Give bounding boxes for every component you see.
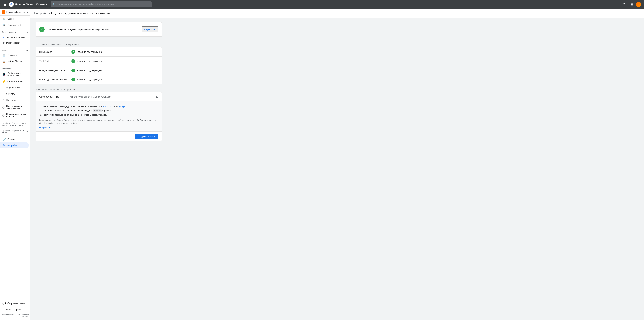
ownership-status: ✓ Вы являетесь подтвержденным владельцем… — [36, 22, 162, 37]
sidebar-item-amp[interactable]: ⚡ Страница AMP — [0, 78, 29, 85]
additional-section-label: Дополнительные способы подтверждения — [36, 88, 162, 92]
sidebar-item-mobile[interactable]: 📱 Удобство для мобильных — [0, 70, 29, 78]
settings-icon: ⚙ — [2, 144, 5, 147]
links-icon: 🔗 — [2, 138, 6, 141]
sidebar-item-new-version[interactable]: ℹ О новой версии — [0, 306, 29, 312]
sidebar-item-label: Структурированные данные, ... — [6, 113, 27, 118]
feedback-icon: 💬 — [2, 302, 6, 305]
app-title: Google Search Console — [15, 3, 47, 6]
sitelinks-icon: ◇ — [2, 106, 4, 109]
star-icon: ✱ — [2, 41, 4, 45]
page-header: Настройки › Подтверждение права собствен… — [30, 9, 644, 18]
sidebar-item-structured-data[interactable]: ◇ Структурированные данные, ... — [0, 111, 29, 119]
sidebar-item-products[interactable]: ◇ Продукты — [0, 97, 29, 103]
sidebar-item-url-check[interactable]: 🔍 Проверка URL — [0, 22, 29, 28]
google-icon: G — [2, 36, 4, 38]
used-methods-label: Использованные способы подтверждения — [36, 41, 638, 47]
method-status: ✓ Успешно подтверждено — [72, 69, 102, 72]
property-url: https://ashdodrus.com/ — [6, 11, 26, 13]
google-analytics-header[interactable]: Google Аналитика Используйте аккаунт Goo… — [36, 92, 162, 101]
app-logo: G Google Search Console — [9, 2, 47, 7]
sidebar-item-label: Продукты — [6, 99, 16, 101]
sidebar-section-security[interactable]: Проблемы безопасности и меры, принятые в… — [0, 121, 30, 127]
method-name: Тег HTML — [39, 60, 70, 63]
sidebar-divider — [0, 29, 30, 29]
help-button[interactable]: ? — [621, 1, 627, 8]
apps-button[interactable]: ⊞ — [628, 1, 634, 8]
learn-more-link[interactable]: Подробнее... — [39, 126, 52, 129]
ga-method-desc: Используйте аккаунт Google Analytics — [70, 95, 155, 98]
expand-icon: ▲ — [155, 95, 158, 99]
sidebar-item-label: Окно поиска по ссылкам сайта — [6, 105, 27, 110]
property-selector[interactable]: ! https://ashdodrus.com/ ▾ — [0, 9, 30, 16]
sidebar-item-search-results[interactable]: G Результаты поиска — [0, 34, 29, 40]
check-icon: ✓ — [72, 59, 75, 63]
sidebar-item-links[interactable]: 🔗 Ссылки — [0, 136, 29, 142]
sidebar-item-recommendations[interactable]: ✱ Рекомендации — [0, 40, 29, 46]
verification-method-html-file: HTML-файл ✓ Успешно подтверждено — [36, 47, 162, 57]
sidebar-item-label: Логотипы — [6, 93, 16, 95]
ownership-status-text: Вы являетесь подтвержденным владельцем — [46, 28, 109, 31]
google-logo: G — [9, 2, 14, 7]
breadcrumb-settings[interactable]: Настройки — [34, 12, 48, 15]
ga-method-body: Ваша главная страница должна содержать ф… — [36, 101, 162, 132]
check-icon: ✓ — [72, 69, 75, 72]
method-status: ✓ Успешно подтверждено — [72, 59, 102, 63]
main-content: Настройки › Подтверждение права собствен… — [30, 9, 644, 320]
app-layout: ! https://ashdodrus.com/ ▾ 🏠 Обзор 🔍 Про… — [0, 9, 644, 320]
sidebar-section-effectiveness[interactable]: Эффективность ▲ — [0, 30, 30, 34]
method-status: ✓ Успешно подтверждено — [72, 78, 102, 82]
terms-link[interactable]: Условия использования — [22, 313, 30, 318]
page-title: Подтверждение права собственности — [51, 12, 110, 15]
sidebar-divider-5 — [0, 128, 30, 128]
sidebar-divider-2 — [0, 47, 30, 47]
menu-icon[interactable]: ☰ — [3, 2, 7, 7]
more-details-button[interactable]: ПОДРОБНЕЕ — [142, 27, 158, 32]
privacy-link[interactable]: Конфиденциальность — [2, 313, 21, 318]
sidebar-item-events[interactable]: ◇ Мероприятия — [0, 85, 29, 91]
method-name: HTML-файл — [39, 51, 70, 53]
property-icon: ! — [2, 11, 6, 14]
sidebar-section-index[interactable]: Индекс ▲ — [0, 48, 30, 52]
breadcrumb-separator: › — [49, 12, 50, 15]
sidebar-item-logos[interactable]: ◇ Логотипы — [0, 91, 29, 97]
analytics-js-link[interactable]: analytics.js — [103, 105, 114, 108]
confirm-btn-wrapper: ПОДТВЕРДИТЬ — [36, 132, 162, 141]
sidebar-item-overview[interactable]: 🏠 Обзор — [0, 16, 29, 22]
sidebar-item-label: Отправить отзыв — [8, 302, 25, 304]
avatar[interactable]: А — [636, 2, 641, 7]
collapse-icon: ▲ — [26, 49, 28, 51]
sidebar-item-label: Рекомендации — [6, 42, 21, 44]
method-status-text: Успешно подтверждено — [76, 69, 102, 72]
check-icon: ✓ — [72, 78, 75, 82]
sidebar-item-label: Ссылки — [8, 138, 15, 140]
instruction-2: Код отслеживания должен находиться в раз… — [42, 109, 158, 112]
page-icon: 📄 — [2, 53, 6, 57]
instruction-note: Код отслеживания Google Analytics исполь… — [39, 119, 158, 125]
sidebar-item-coverage[interactable]: 📄 Покрытие — [0, 52, 29, 58]
status-check-icon: ✓ — [39, 27, 44, 32]
info-icon: ℹ — [2, 308, 3, 311]
method-status: ✓ Успешно подтверждено — [72, 50, 102, 54]
additional-methods-section: Дополнительные способы подтверждения Goo… — [36, 88, 162, 141]
method-name: Google Менеджер тегов — [39, 69, 70, 72]
sidebar-item-settings[interactable]: ⚙ Настройки — [0, 142, 29, 148]
sidebar-item-sitelinks-search[interactable]: ◇ Окно поиска по ссылкам сайта — [0, 103, 29, 111]
sidebar-item-feedback[interactable]: 💬 Отправить отзыв — [0, 300, 29, 306]
gtag-js-link[interactable]: gtag.js — [118, 105, 125, 108]
sidebar-section-legacy[interactable]: Прежние инструменты и отчеты ▼ — [0, 128, 30, 135]
confirm-button[interactable]: ПОДТВЕРДИТЬ — [134, 134, 158, 139]
home-icon: 🏠 — [2, 17, 6, 20]
sidebar-item-label: Проверка URL — [8, 24, 22, 26]
sidebar-item-label: Обзор — [8, 18, 14, 20]
search-input[interactable] — [51, 1, 152, 8]
sidebar-item-label: Настройки — [6, 144, 17, 147]
sidebar-section-improvements[interactable]: Улучшения ▲ — [0, 66, 30, 70]
instruction-3: Требуется разрешение на изменение ресурс… — [42, 113, 158, 117]
sidebar-item-sitemap[interactable]: 📋 Файлы Sitemap — [0, 58, 29, 64]
method-status-text: Успешно подтверждено — [76, 60, 102, 63]
amp-icon: ⚡ — [2, 80, 6, 83]
footer-links: Конфиденциальность Условия использования — [0, 312, 30, 319]
collapse-icon: ▼ — [26, 123, 28, 125]
collapse-icon: ▲ — [26, 31, 28, 33]
